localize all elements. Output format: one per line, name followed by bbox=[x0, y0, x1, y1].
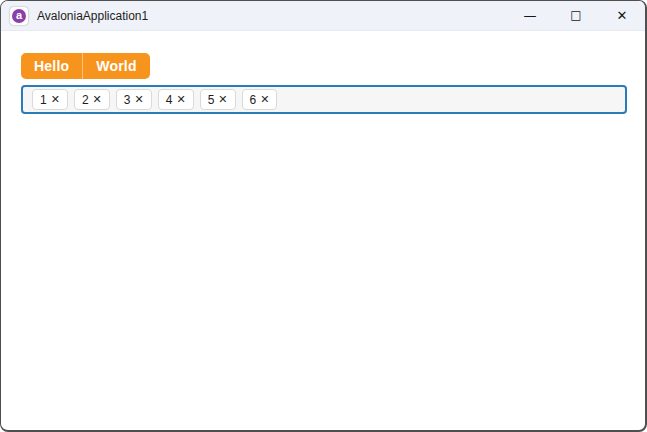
tag-value: 5 bbox=[208, 93, 215, 107]
tag-chip: 3 ✕ bbox=[116, 89, 152, 110]
tag-remove-icon[interactable]: ✕ bbox=[260, 94, 269, 105]
tag-value: 2 bbox=[82, 93, 89, 107]
minimize-button[interactable]: — bbox=[507, 1, 553, 31]
titlebar[interactable]: a AvaloniaApplication1 — □ ✕ bbox=[1, 1, 645, 31]
window-title: AvaloniaApplication1 bbox=[37, 9, 148, 23]
maximize-button[interactable]: □ bbox=[553, 1, 599, 31]
app-window: a AvaloniaApplication1 — □ ✕ Hello World… bbox=[0, 0, 647, 432]
tag-chip: 2 ✕ bbox=[74, 89, 110, 110]
avalonia-logo-icon: a bbox=[10, 7, 28, 25]
tag-chip: 6 ✕ bbox=[242, 89, 278, 110]
tag-chip: 5 ✕ bbox=[200, 89, 236, 110]
tag-value: 6 bbox=[250, 93, 257, 107]
tag-remove-icon[interactable]: ✕ bbox=[93, 94, 102, 105]
tab-strip: Hello World bbox=[21, 53, 150, 79]
tag-remove-icon[interactable]: ✕ bbox=[176, 94, 185, 105]
tag-value: 1 bbox=[40, 93, 47, 107]
tab-world[interactable]: World bbox=[82, 53, 149, 79]
close-button[interactable]: ✕ bbox=[599, 1, 645, 31]
tag-remove-icon[interactable]: ✕ bbox=[135, 94, 144, 105]
tag-chip: 4 ✕ bbox=[158, 89, 194, 110]
tab-hello[interactable]: Hello bbox=[21, 53, 82, 79]
window-controls: — □ ✕ bbox=[507, 1, 645, 31]
tag-remove-icon[interactable]: ✕ bbox=[218, 94, 227, 105]
avalonia-logo-glyph: a bbox=[12, 9, 26, 23]
tags-input[interactable]: 1 ✕ 2 ✕ 3 ✕ 4 ✕ 5 ✕ 6 ✕ bbox=[21, 85, 627, 114]
tag-value: 4 bbox=[166, 93, 173, 107]
tag-chip: 1 ✕ bbox=[32, 89, 68, 110]
tag-value: 3 bbox=[124, 93, 131, 107]
tag-remove-icon[interactable]: ✕ bbox=[51, 94, 60, 105]
